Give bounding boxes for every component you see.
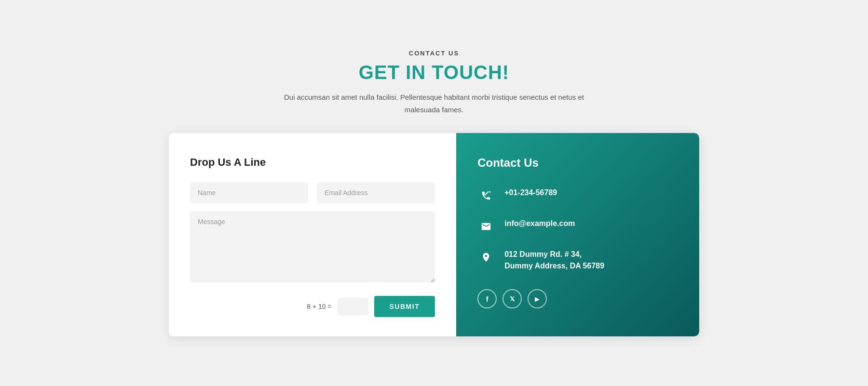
twitter-button[interactable]: 𝕏 [502, 289, 522, 308]
form-top-row [190, 182, 435, 203]
phone-text: +01-234-56789 [504, 187, 557, 199]
page-wrapper: CONTACT US GET IN TOUCH! Dui accumsan si… [0, 0, 868, 386]
address-text: 012 Dummy Rd. # 34, Dummy Address, DA 56… [504, 249, 604, 272]
section-description: Dui accumsan sit amet nulla facilisi. Pe… [280, 91, 588, 116]
section-header: CONTACT US GET IN TOUCH! Dui accumsan si… [280, 50, 588, 116]
captcha-input[interactable] [338, 298, 368, 315]
contact-info-title: Contact Us [477, 156, 678, 170]
youtube-icon: ▶ [535, 295, 540, 303]
submit-button[interactable]: SUBMIT [374, 296, 435, 317]
form-footer: 8 + 10 = SUBMIT [190, 296, 435, 317]
youtube-button[interactable]: ▶ [528, 289, 547, 308]
facebook-button[interactable]: f [477, 289, 497, 308]
info-panel: Contact Us +01-234-56789 info [456, 133, 699, 336]
email-text: info@example.com [504, 218, 575, 229]
location-icon [477, 249, 495, 266]
captcha-label: 8 + 10 = [307, 303, 331, 310]
phone-icon [477, 187, 495, 204]
facebook-icon: f [486, 295, 488, 303]
social-row: f 𝕏 ▶ [477, 289, 678, 308]
form-panel: Drop Us A Line 8 + 10 = SUBMIT [169, 133, 456, 336]
section-label: CONTACT US [280, 50, 588, 57]
mail-icon [477, 218, 495, 235]
twitter-icon: 𝕏 [510, 295, 515, 303]
phone-item: +01-234-56789 [477, 187, 678, 204]
name-input[interactable] [190, 182, 308, 203]
form-textarea-row [190, 211, 435, 284]
message-input[interactable] [190, 211, 435, 282]
email-item: info@example.com [477, 218, 678, 235]
form-title: Drop Us A Line [190, 156, 435, 169]
address-item: 012 Dummy Rd. # 34, Dummy Address, DA 56… [477, 249, 678, 272]
contact-card: Drop Us A Line 8 + 10 = SUBMIT Contact U… [169, 133, 699, 336]
section-title: GET IN TOUCH! [280, 62, 588, 83]
email-input[interactable] [317, 182, 435, 203]
